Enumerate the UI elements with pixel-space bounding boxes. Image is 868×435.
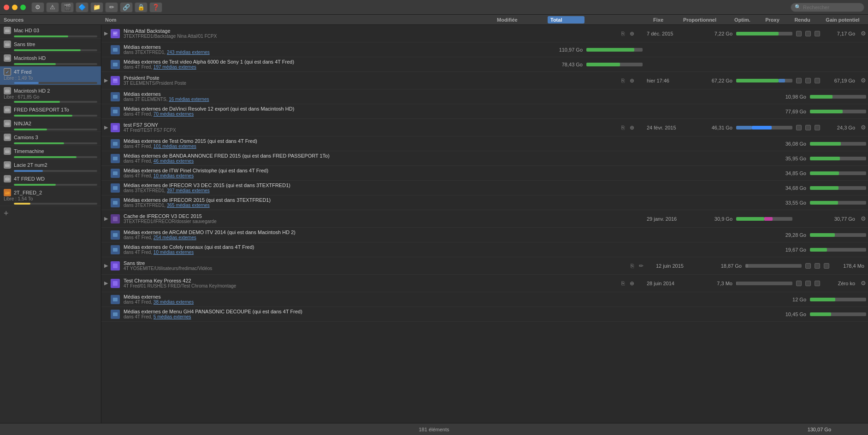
copy-btn[interactable]: ⎘ <box>619 77 626 84</box>
toolbar-btn-warning[interactable]: ⚠ <box>46 2 59 12</box>
row-checkbox-prop[interactable] <box>815 263 820 269</box>
toolbar-btn-folder[interactable]: 📁 <box>90 2 103 12</box>
footer-total-size: 130,07 Go <box>808 427 831 432</box>
row-size: 36,08 Go <box>771 141 808 147</box>
list-row[interactable]: ▶ Médias externes dans 4T Fred, 38 média… <box>101 292 868 307</box>
row-opt-size: Zéro ko <box>822 281 859 286</box>
col-fixe-header[interactable]: Fixe <box>644 17 672 23</box>
sidebar-free-space: Libre : 671,85 Go <box>4 94 97 100</box>
col-modifiee-header[interactable]: Modifiée <box>497 17 548 23</box>
list-row[interactable]: ▶ Médias externes de IFRECOR 2015 (qui e… <box>101 195 868 210</box>
list-row[interactable]: ▶ Nina Attal Backstage 3TEXTFRED1/Backst… <box>101 25 868 42</box>
sidebar-item-4t-fred[interactable]: ✓ 4T Fred Libre : 1,49 To <box>0 66 101 85</box>
row-checkbox-opt[interactable] <box>813 31 822 36</box>
expand-arrow[interactable]: ▶ <box>101 30 109 36</box>
sidebar-item-4t-fred-wd[interactable]: 4T FRED WD <box>0 173 101 187</box>
toolbar-btn-settings[interactable]: ⚙ <box>31 2 44 12</box>
edit-btn[interactable]: ✏ <box>638 262 645 270</box>
toolbar-btn-shield[interactable]: 🔷 <box>76 2 89 12</box>
fullscreen-button[interactable] <box>20 5 26 10</box>
add-source-button[interactable]: + <box>0 206 101 221</box>
sidebar-item-lacie2t[interactable]: Lacie 2T num2 <box>0 159 101 173</box>
add-btn[interactable]: ⊕ <box>628 280 636 287</box>
row-checkbox-prop[interactable] <box>805 281 811 286</box>
expand-arrow[interactable]: ▶ <box>101 124 109 130</box>
col-optim-header[interactable]: Optim. <box>727 17 757 23</box>
list-row[interactable]: ▶ Médias externes de Cofely reseaux (qui… <box>101 242 868 257</box>
sidebar-item-camions3[interactable]: Camions 3 <box>0 132 101 146</box>
close-button[interactable] <box>4 5 9 10</box>
gear-button[interactable]: ⚙ <box>859 215 868 222</box>
toolbar-btn-link[interactable]: 🔗 <box>120 2 133 12</box>
row-size: 33,55 Go <box>771 200 808 206</box>
col-rendu-header[interactable]: Rendu <box>787 17 817 23</box>
row-checkbox-prop[interactable] <box>803 31 813 36</box>
add-btn[interactable]: ⊕ <box>628 124 636 131</box>
row-subtitle: dans 4T Fred, 70 médias externes <box>124 112 691 117</box>
list-row[interactable]: ▶ Médias externes de BANDA ANNONCE FRED … <box>101 151 868 166</box>
sidebar-item-sans-titre-1[interactable]: Sans titre <box>0 39 101 53</box>
list-row[interactable]: ▶ Médias externes de DaVinci Resolve 12 … <box>101 104 868 119</box>
add-btn[interactable]: ⊕ <box>628 77 636 84</box>
row-checkbox-fixe[interactable] <box>794 125 803 130</box>
list-row[interactable]: ▶ test FS7 SONY 4T Fred/TEST FS7 FCPX ⎘ … <box>101 119 868 136</box>
gear-button[interactable]: ⚙ <box>859 280 868 287</box>
row-checkbox-fixe[interactable] <box>794 31 803 36</box>
row-checkbox-opt[interactable] <box>824 263 829 269</box>
list-row[interactable]: ▶ Médias externes dans 3TEXTFRED1, 243 m… <box>101 42 868 57</box>
gear-button[interactable]: ⚙ <box>859 77 868 84</box>
toolbar-btn-camera[interactable]: 🎬 <box>61 2 74 12</box>
search-input[interactable] <box>803 5 858 10</box>
row-checkbox-opt[interactable] <box>815 281 820 286</box>
col-proportionnel-header[interactable]: Proportionnel <box>672 17 727 23</box>
row-checkbox-opt[interactable] <box>813 78 822 83</box>
sidebar-item-macintosh-hd2[interactable]: Macintosh HD 2 Libre : 671,85 Go <box>0 85 101 104</box>
row-checkbox-prop[interactable] <box>803 125 813 130</box>
row-subtitle: dans 4T Fred, 10 médias externes <box>124 173 691 178</box>
sidebar-item-mac-hd-03[interactable]: Mac HD 03 <box>0 25 101 39</box>
toolbar-btn-help[interactable]: ❓ <box>149 2 162 12</box>
col-total-header[interactable]: Total <box>548 16 585 24</box>
expand-arrow[interactable]: ▶ <box>101 77 109 83</box>
list-row[interactable]: ▶ Médias externes de Menu GH4 PANASONIC … <box>101 307 868 322</box>
list-row[interactable]: ▶ Cache de IFRECOR V3 DEC 2015 3TEXTFRED… <box>101 210 868 228</box>
sidebar-label: NINJA2 <box>14 121 97 126</box>
drive-icon <box>4 175 11 182</box>
sidebar-item-2t-fred2[interactable]: 2T_FRED_2 Libre : 1,54 To <box>0 187 101 206</box>
sidebar-item-timemachine[interactable]: Timemachine <box>0 146 101 159</box>
expand-arrow[interactable]: ▶ <box>101 216 109 222</box>
list-row[interactable]: ▶ Médias externes dans 3T ELEMENTS, 16 m… <box>101 89 868 104</box>
row-checkbox-fixe[interactable] <box>803 263 813 269</box>
col-gain-header[interactable]: Gain potentiel <box>817 17 868 23</box>
gear-button[interactable]: ⚙ <box>859 30 868 37</box>
expand-arrow[interactable]: ▶ <box>101 263 109 269</box>
copy-btn[interactable]: ⎘ <box>619 30 626 37</box>
col-proxy-header[interactable]: Proxy <box>757 17 787 23</box>
list-row[interactable]: ▶ Test Chroma Key Proress 422 4T Fred/01… <box>101 275 868 292</box>
copy-btn[interactable]: ⎘ <box>628 262 636 270</box>
list-row[interactable]: ▶ Médias externes de IFRECOR V3 DEC 2015… <box>101 181 868 195</box>
sidebar-item-fred-passeport[interactable]: FRED PASSEPORT 1To <box>0 104 101 118</box>
row-checkbox-opt[interactable] <box>813 125 822 130</box>
list-row[interactable]: ▶ Médias externes de Test video Alpha 60… <box>101 57 868 72</box>
gear-button[interactable]: ⚙ <box>859 124 868 131</box>
list-row[interactable]: ▶ Médias externes de ITW Pinel Christoph… <box>101 166 868 181</box>
add-btn[interactable]: ⊕ <box>628 30 636 37</box>
row-checkbox-fixe[interactable] <box>794 78 803 83</box>
search-box[interactable]: 🔍 <box>791 3 864 12</box>
copy-btn[interactable]: ⎘ <box>619 124 626 131</box>
minimize-button[interactable] <box>12 5 18 10</box>
toolbar-btn-lock[interactable]: 🔒 <box>135 2 148 12</box>
list-row[interactable]: ▶ Médias externes de Test Osmo 2015 (qui… <box>101 136 868 151</box>
sidebar-item-ninja2[interactable]: NINJA2 <box>0 118 101 132</box>
svg-rect-26 <box>113 63 118 66</box>
copy-btn[interactable]: ⎘ <box>619 280 626 287</box>
row-checkbox-fixe[interactable] <box>794 281 803 286</box>
expand-arrow[interactable]: ▶ <box>101 280 109 286</box>
list-row[interactable]: ▶ Sans titre 4T YOSEMITE/Utilisateurs/fr… <box>101 257 868 275</box>
list-row[interactable]: ▶ Médias externes de ARCAM DEMO ITV 2014… <box>101 228 868 242</box>
list-row[interactable]: ▶ Président Poste 3T ELEMENTS/Prsident P… <box>101 72 868 89</box>
toolbar-btn-edit[interactable]: ✏ <box>105 2 118 12</box>
row-checkbox-prop[interactable] <box>803 78 813 83</box>
sidebar-item-macintosh-hd[interactable]: Macintosh HD <box>0 53 101 66</box>
